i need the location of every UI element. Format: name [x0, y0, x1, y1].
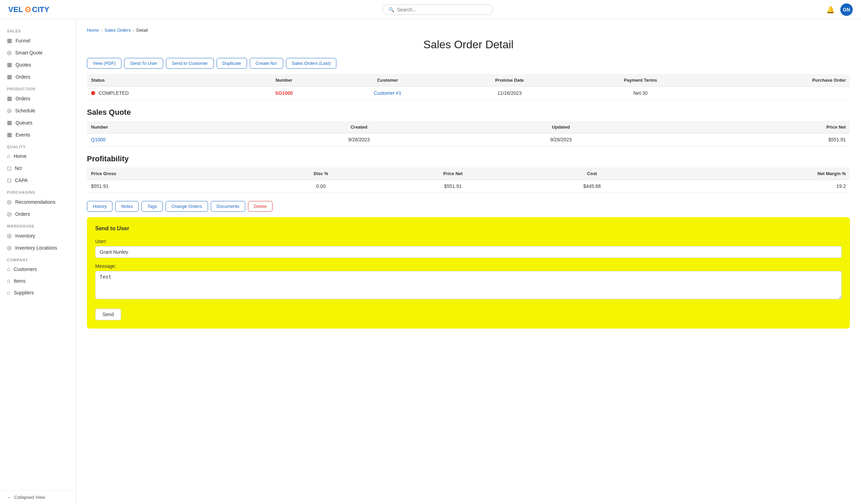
sidebar-item-inventory[interactable]: ◎ Inventory — [0, 230, 76, 242]
sales-orders-last-button[interactable]: Sales Orders (Last) — [286, 58, 337, 69]
profitability-title: Profitability — [87, 154, 850, 163]
duplicate-button[interactable]: Duplicate — [217, 58, 247, 69]
suppliers-icon: ⌂ — [7, 290, 10, 296]
search-icon: 🔍 — [388, 7, 394, 12]
notification-icon[interactable]: 🔔 — [826, 6, 835, 14]
collapsed-view-button[interactable]: ← Collapsed View — [0, 490, 76, 504]
user-input[interactable] — [95, 246, 842, 258]
cell-purchase-order — [710, 87, 850, 100]
send-to-user-title: Send to User — [95, 225, 842, 232]
page-title: Sales Order Detail — [87, 38, 850, 51]
sidebar-item-inventory-locations[interactable]: ◎ Inventory Locations — [0, 242, 76, 254]
create-ncr-button[interactable]: Create Ncr — [250, 58, 283, 69]
logo-city: CITY — [32, 5, 49, 14]
quality-home-icon: ⌂ — [7, 153, 10, 159]
cell-number: SO1000 — [240, 87, 327, 100]
tab-documents-button[interactable]: Documents — [211, 201, 245, 212]
sidebar-label-prod-orders: Orders — [16, 96, 30, 101]
sidebar-item-quality-home[interactable]: ⌂ Home — [0, 150, 76, 162]
send-button[interactable]: Send — [95, 309, 121, 320]
tab-notes-button[interactable]: Notes — [115, 201, 139, 212]
col-payment-terms: Payment Terms — [571, 74, 710, 87]
message-textarea[interactable]: Test — [95, 271, 842, 299]
sidebar-item-items[interactable]: ⌂ Items — [0, 275, 76, 287]
sales-quote-title: Sales Quote — [87, 108, 850, 117]
sidebar-item-queues[interactable]: ▦ Queues — [0, 117, 76, 129]
cell-promise-date: 11/16/2023 — [448, 87, 571, 100]
sq-cell-price-net: $551.91 — [662, 133, 850, 146]
breadcrumb: Home › Sales Orders › Detail — [87, 28, 850, 33]
sidebar-item-customers[interactable]: ⌂ Customers — [0, 263, 76, 275]
sidebar-label-quality-home: Home — [14, 153, 27, 159]
orders-icon: ▦ — [7, 73, 12, 80]
breadcrumb-sales-orders[interactable]: Sales Orders — [105, 28, 131, 33]
sq-col-updated: Updated — [460, 121, 662, 133]
collapsed-view-label: Collapsed View — [14, 495, 45, 500]
sq-col-created: Created — [258, 121, 460, 133]
sidebar-label-inventory: Inventory — [15, 233, 35, 239]
send-to-customer-button[interactable]: Send to Customer — [166, 58, 214, 69]
tab-buttons: HistoryNotesTagsChange OrdersDocumentsDe… — [87, 201, 850, 212]
sidebar-item-smart-quote[interactable]: ◎ Smart Quote — [0, 47, 76, 59]
sidebar-item-ncr[interactable]: ◻ Ncr — [0, 162, 76, 174]
send-to-user-button[interactable]: Send To User — [124, 58, 163, 69]
order-table: Status Number Customer Promise Date Paym… — [87, 74, 850, 100]
sidebar-item-recommendations[interactable]: ◎ Recommendations — [0, 196, 76, 208]
funnel-icon: ▦ — [7, 37, 12, 44]
customers-icon: ⌂ — [7, 266, 10, 272]
order-number-link[interactable]: SO1000 — [275, 90, 293, 96]
breadcrumb-sep-2: › — [133, 28, 134, 33]
sidebar-section-quality: QUALITY — [0, 141, 76, 150]
recommendations-icon: ◎ — [7, 199, 12, 205]
prof-cell-price-gross: $551.91 — [87, 180, 261, 193]
sidebar-item-prod-orders[interactable]: ▦ Orders — [0, 92, 76, 104]
avatar[interactable]: GN — [840, 3, 853, 16]
sidebar-item-capa[interactable]: ◻ CAPA — [0, 174, 76, 186]
sidebar-item-purch-orders[interactable]: ◎ Orders — [0, 208, 76, 220]
cell-status: COMPLETED — [87, 87, 240, 100]
sidebar-item-quotes[interactable]: ▦ Quotes — [0, 59, 76, 71]
view-pdf-button[interactable]: View (PDF) — [87, 58, 121, 69]
breadcrumb-current: Detail — [136, 28, 148, 33]
quotes-icon: ▦ — [7, 61, 12, 68]
sidebar-item-orders[interactable]: ▦ Orders — [0, 71, 76, 83]
sidebar-section-warehouse: WAREHOUSE — [0, 220, 76, 230]
tab-change-orders-button[interactable]: Change Orders — [166, 201, 208, 212]
sidebar-item-suppliers[interactable]: ⌂ Suppliers — [0, 287, 76, 299]
prod-orders-icon: ▦ — [7, 95, 12, 102]
search-input[interactable] — [397, 7, 487, 12]
sales-quote-row: Q1000 9/28/2023 9/28/2023 $551.91 — [87, 133, 850, 146]
sidebar-item-funnel[interactable]: ▦ Funnel — [0, 34, 76, 47]
sidebar-label-schedule: Schedule — [15, 108, 35, 113]
sidebar-section-sales: SALES — [0, 25, 76, 34]
sidebar-label-purch-orders: Orders — [15, 211, 30, 217]
prof-cell-disc: 0.00 — [261, 180, 381, 193]
capa-icon: ◻ — [7, 177, 11, 183]
prof-cell-price-net: $551.91 — [381, 180, 525, 193]
quote-number-link[interactable]: Q1000 — [91, 137, 106, 142]
message-form-group: Message: Test — [95, 263, 842, 300]
status-text: COMPLETED — [99, 90, 129, 96]
logo: VEL⊙CITY — [8, 5, 49, 14]
tab-delete-button[interactable]: Delete — [248, 201, 273, 212]
breadcrumb-home[interactable]: Home — [87, 28, 99, 33]
tab-tags-button[interactable]: Tags — [141, 201, 162, 212]
sidebar-label-queues: Queues — [16, 120, 32, 125]
customer-link[interactable]: Customer #1 — [374, 90, 401, 96]
sidebar-item-schedule[interactable]: ◎ Schedule — [0, 104, 76, 117]
prof-cell-cost: $445.68 — [525, 180, 659, 193]
col-number: Number — [240, 74, 327, 87]
sidebar-section-company: COMPANY — [0, 254, 76, 263]
tab-history-button[interactable]: History — [87, 201, 112, 212]
prof-col-cost: Cost — [525, 168, 659, 180]
sidebar-item-events[interactable]: ▦ Events — [0, 129, 76, 141]
arrow-left-icon: ← — [7, 495, 11, 500]
search-bar[interactable]: 🔍 — [383, 4, 493, 15]
sq-cell-updated: 9/28/2023 — [460, 133, 662, 146]
schedule-icon: ◎ — [7, 107, 12, 114]
profitability-table: Price Gross Disc % Price Net Cost Net Ma… — [87, 168, 850, 193]
col-promise-date: Promise Date — [448, 74, 571, 87]
sq-cell-number: Q1000 — [87, 133, 258, 146]
inventory-icon: ◎ — [7, 232, 12, 239]
inventory-locations-icon: ◎ — [7, 244, 12, 251]
